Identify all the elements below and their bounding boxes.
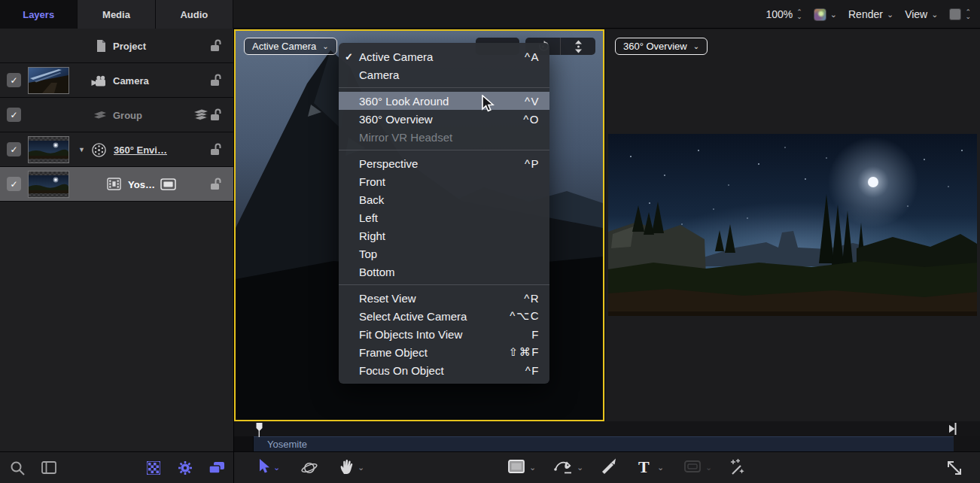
layer-label: 360° Envi… — [114, 132, 167, 167]
channels-control[interactable]: ⌄ — [814, 8, 837, 21]
menu-item-360-overview[interactable]: 360° Overview ^O — [339, 110, 549, 128]
menu-item-right[interactable]: Right — [339, 226, 549, 245]
document-icon — [95, 39, 107, 56]
camera-icon — [90, 74, 108, 91]
menu-item-fit-objects-into-view[interactable]: Fit Objects Into View F — [339, 325, 549, 343]
adjust-wand-icon[interactable] — [728, 458, 746, 479]
color-well-stepper-icon[interactable]: ⌃⌄ — [965, 10, 971, 19]
layer-checkbox[interactable]: ✓ — [7, 73, 21, 87]
timeline-ruler[interactable] — [234, 421, 980, 436]
rectangle-shape-tool[interactable] — [508, 460, 525, 476]
tab-media[interactable]: Media — [78, 0, 155, 29]
behaviors-gear-icon[interactable] — [178, 460, 193, 478]
layer-checkbox[interactable]: ✓ — [7, 142, 21, 156]
menu-item-360-look-around[interactable]: 360° Look Around ^V — [339, 92, 549, 110]
chevron-down-icon: ⌄ — [322, 43, 328, 50]
menu-item-active-camera[interactable]: ✓ Active Camera ^A — [339, 47, 549, 65]
layer-label: Camera — [113, 63, 149, 98]
menu-item-mirror-vr-headset: Mirror VR Headset — [339, 128, 549, 146]
view-label: View — [905, 8, 927, 20]
layer-row-yosemite[interactable]: ✓ Yos… — [0, 167, 233, 202]
chevron-down-icon: ⌄ — [693, 43, 699, 50]
out-point-marker[interactable] — [947, 422, 959, 436]
layers-panel-toolbar — [0, 451, 233, 483]
camera-view-select[interactable]: Active Camera ⌄ — [244, 38, 337, 55]
playhead-marker[interactable] — [254, 422, 264, 437]
overview-camera-select[interactable]: 360° Overview ⌄ — [615, 38, 708, 55]
panel-layout-icon[interactable] — [41, 461, 56, 477]
library-windows-icon[interactable] — [208, 460, 225, 478]
overview-viewport: 360° Overview ⌄ — [606, 29, 980, 421]
unlock-icon[interactable] — [210, 74, 223, 90]
unlock-icon[interactable] — [210, 143, 223, 159]
unlock-icon[interactable] — [210, 108, 223, 124]
channels-swatch-icon — [814, 8, 826, 21]
chevron-down-icon[interactable]: ⌄ — [529, 463, 536, 472]
checkmark-icon: ✓ — [345, 51, 357, 62]
film-strip-icon — [107, 178, 121, 193]
bezier-pen-tool[interactable] — [553, 458, 573, 478]
sphere-360-icon — [91, 142, 107, 161]
layer-checkbox[interactable]: ✓ — [7, 108, 21, 122]
tab-audio[interactable]: Audio — [156, 0, 233, 29]
paint-stroke-tool[interactable] — [599, 458, 617, 479]
orbit-3d-tool[interactable] — [300, 459, 318, 480]
motion-app-window: Layers Media Audio 100% ⌃⌄ ⌄ Render ⌄ Vi… — [0, 0, 980, 483]
chevron-down-icon: ⌄ — [705, 463, 712, 472]
pan-hand-tool[interactable] — [338, 458, 355, 478]
menu-item-frame-object[interactable]: Frame Object ⇧⌘F — [339, 343, 549, 361]
menu-item-bottom[interactable]: Bottom — [339, 263, 549, 281]
layer-row-camera[interactable]: ✓ Camera — [0, 63, 233, 98]
dolly-button[interactable] — [561, 38, 595, 55]
media-well-badge[interactable] — [160, 178, 176, 193]
chevron-down-icon: ⌄ — [830, 11, 837, 18]
mouse-pointer-icon — [479, 95, 495, 113]
unlock-icon[interactable] — [210, 178, 223, 193]
environment-thumbnail — [28, 136, 69, 163]
tab-layers[interactable]: Layers — [0, 0, 78, 29]
zoom-level-control[interactable]: 100% ⌃⌄ — [765, 8, 802, 20]
menu-item-reset-view[interactable]: Reset View ^R — [339, 289, 549, 307]
chevron-down-icon[interactable]: ⌄ — [657, 463, 664, 472]
text-tool[interactable]: T — [638, 458, 650, 476]
panel-tabs: Layers Media Audio — [0, 0, 233, 29]
menu-item-select-active-camera[interactable]: Select Active Camera ^⌥C — [339, 307, 549, 325]
menu-item-top[interactable]: Top — [339, 245, 549, 263]
chevron-down-icon[interactable]: ⌄ — [358, 463, 364, 472]
menu-separator — [339, 87, 549, 88]
layers-panel: Project ✓ Camera — [0, 29, 233, 454]
menu-item-back[interactable]: Back — [339, 190, 549, 208]
chevron-down-icon[interactable]: ⌄ — [577, 463, 583, 472]
layers-icon — [93, 110, 108, 123]
layer-label: Group — [113, 98, 142, 132]
chevron-down-icon[interactable]: ⌄ — [273, 463, 280, 472]
clip-label: Yosemite — [267, 439, 307, 450]
yosemite-clip-bar[interactable]: Yosemite — [254, 436, 954, 451]
disclosure-triangle-icon[interactable]: ▼ — [78, 146, 85, 153]
menu-item-perspective[interactable]: Perspective ^P — [339, 154, 549, 172]
filters-checkerboard-icon[interactable] — [147, 461, 160, 478]
unlock-icon[interactable] — [210, 39, 223, 55]
track-header — [234, 436, 254, 451]
layer-checkbox[interactable]: ✓ — [7, 177, 21, 191]
menu-item-focus-on-object[interactable]: Focus On Object ^F — [339, 361, 549, 379]
zoom-stepper-icon[interactable]: ⌃⌄ — [796, 10, 802, 19]
panel-divider — [233, 0, 234, 483]
menu-item-front[interactable]: Front — [339, 172, 549, 190]
group-stack-icon — [193, 108, 209, 125]
search-icon[interactable] — [10, 460, 26, 479]
color-well-control[interactable]: ⌃⌄ — [949, 8, 971, 20]
layer-row-group[interactable]: ✓ Group — [0, 98, 233, 132]
menu-separator — [339, 284, 549, 285]
render-label: Render — [848, 8, 883, 20]
layer-row-360-environment[interactable]: ✓ ▼ 360° Envi… — [0, 132, 233, 167]
select-transform-tool[interactable] — [257, 458, 270, 478]
render-menu-button[interactable]: Render ⌄ — [848, 8, 893, 20]
view-menu-button[interactable]: View ⌄ — [905, 8, 938, 20]
menu-item-left[interactable]: Left — [339, 208, 549, 226]
layer-row-project[interactable]: Project — [0, 29, 233, 63]
expand-timeline-icon[interactable] — [945, 459, 963, 480]
menu-item-camera[interactable]: Camera — [339, 65, 549, 84]
layer-label: Project — [113, 29, 146, 63]
panorama-image — [608, 134, 977, 316]
